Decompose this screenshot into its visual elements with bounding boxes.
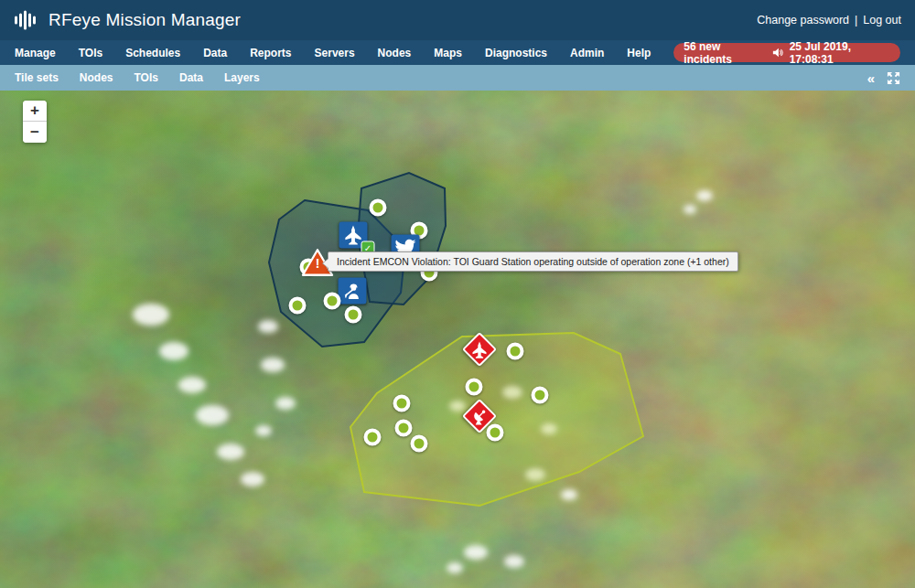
node-marker[interactable]	[345, 306, 362, 324]
subnav-right: «	[867, 71, 900, 85]
zoom-in-button[interactable]: +	[23, 101, 47, 122]
incident-tooltip: Incident EMCON Violation: TOI Guard Stat…	[328, 251, 738, 272]
subnav-item-nodes[interactable]: Nodes	[80, 71, 113, 84]
page-title: RFeye Mission Manager	[48, 10, 241, 30]
node-marker[interactable]	[364, 429, 382, 446]
rfeye-mission-manager-app: RFeye Mission Manager Change password | …	[0, 0, 915, 588]
node-marker[interactable]	[395, 420, 413, 437]
map-zoom-control: + −	[23, 101, 47, 143]
collapse-panel-icon[interactable]: «	[867, 71, 875, 85]
nav-item-manage[interactable]: Manage	[15, 47, 56, 59]
subnav-item-tois[interactable]: TOIs	[135, 71, 158, 84]
zoom-out-button[interactable]: −	[23, 122, 47, 143]
node-marker[interactable]	[411, 435, 428, 453]
speaker-icon	[772, 47, 783, 59]
node-marker[interactable]	[370, 199, 387, 217]
nav-item-nodes[interactable]: Nodes	[378, 47, 412, 59]
incidents-badge[interactable]: 56 new incidents 25 Jul 2019, 17:08:31	[673, 43, 900, 62]
log-out-link[interactable]: Log out	[863, 14, 901, 27]
nav-item-servers[interactable]: Servers	[315, 47, 355, 59]
main-nav: Manage TOIs Schedules Data Reports Serve…	[0, 40, 915, 65]
incidents-count-label: 56 new incidents	[684, 40, 765, 66]
icon-radar	[470, 407, 489, 425]
nav-item-admin[interactable]: Admin	[570, 47, 604, 59]
nav-item-schedules[interactable]: Schedules	[125, 47, 180, 59]
fullscreen-icon[interactable]	[887, 71, 900, 85]
toi-aircraft-red-marker[interactable]	[462, 332, 497, 367]
nav-item-reports[interactable]: Reports	[250, 47, 291, 59]
nav-item-maps[interactable]: Maps	[434, 47, 462, 59]
app-header: RFeye Mission Manager Change password | …	[0, 0, 915, 40]
icon-jet	[470, 340, 489, 358]
subnav-item-data[interactable]: Data	[179, 71, 203, 84]
node-marker[interactable]	[393, 395, 411, 412]
subnav-item-tile-sets[interactable]: Tile sets	[15, 71, 59, 84]
icon-guard	[342, 281, 363, 302]
node-marker[interactable]	[532, 387, 549, 404]
nav-item-help[interactable]: Help	[627, 47, 651, 59]
map-sub-nav: Tile sets Nodes TOIs Data Layers «	[0, 65, 915, 91]
nav-right: 56 new incidents 25 Jul 2019, 17:08:31	[673, 43, 900, 62]
marker-layer: ✓!	[0, 91, 915, 588]
map-canvas[interactable]: ✓! + − Incident EMCON Violation: TOI Gua…	[0, 91, 915, 588]
node-marker[interactable]	[324, 293, 341, 310]
toi-aircraft-marker[interactable]: ✓	[339, 222, 368, 249]
nav-item-data[interactable]: Data	[203, 47, 227, 59]
nav-item-diagnostics[interactable]: Diagnostics	[485, 47, 547, 59]
nav-item-tois[interactable]: TOIs	[79, 47, 102, 59]
node-marker[interactable]	[487, 424, 504, 442]
node-marker[interactable]	[466, 379, 483, 396]
toi-guard-station-marker[interactable]	[339, 278, 367, 305]
change-password-link[interactable]: Change password	[757, 14, 849, 27]
node-marker[interactable]	[507, 343, 524, 360]
link-separator: |	[855, 14, 857, 27]
account-links: Change password | Log out	[757, 14, 901, 27]
signal-bars-logo-icon	[14, 8, 38, 32]
clock-timestamp: 25 Jul 2019, 17:08:31	[790, 40, 890, 66]
node-marker[interactable]	[289, 297, 307, 315]
subnav-item-layers[interactable]: Layers	[224, 71, 260, 84]
